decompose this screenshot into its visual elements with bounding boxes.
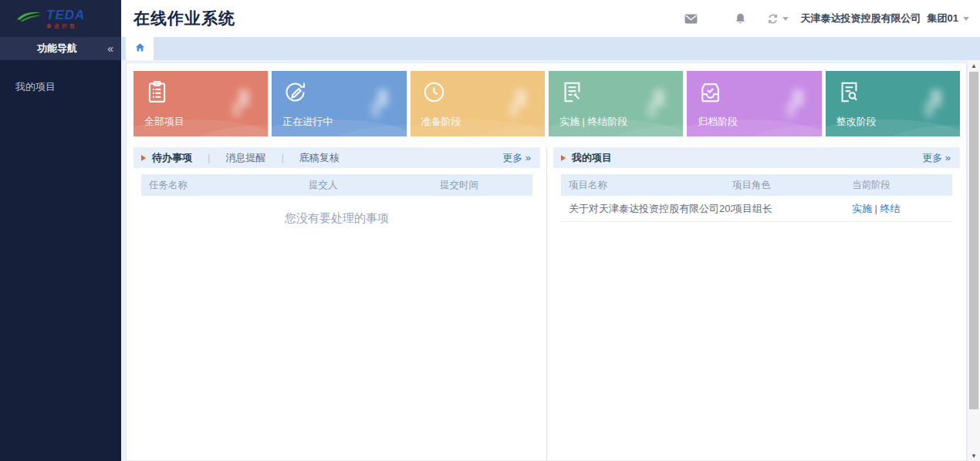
scrollbar-up-arrow[interactable]: ▲ (968, 60, 980, 71)
logo-text: TEDA 泰达控股 (46, 8, 85, 29)
sidebar-menu: 我的项目 (0, 60, 121, 461)
card-label: 准备阶段 (421, 115, 461, 129)
nav-title: 功能导航 (37, 42, 77, 56)
card-label: 正在进行中 (282, 115, 333, 129)
projects-panel-header: 我的项目 更多 » (553, 147, 960, 168)
stage-cards: 全部项目 正在进行中 (133, 71, 960, 136)
refresh-dropdown-caret[interactable] (782, 17, 789, 21)
card-label: 实施 | 终结阶段 (559, 115, 628, 129)
home-icon (134, 42, 146, 56)
vertical-scrollbar[interactable]: ▲ ▼ (967, 60, 980, 461)
collapse-sidebar-icon[interactable]: « (107, 42, 113, 55)
panel-arrow-icon (561, 155, 566, 161)
redacted-count (371, 102, 380, 117)
panels-row: 待办事项 | 消息提醒 | 底稿复核 更多 » 任务名称 提交人 提交时间 (133, 147, 960, 460)
redacted-count (232, 102, 242, 117)
app-window: TEDA 泰达控股 功能导航 « 我的项目 在线作业系统 (0, 0, 980, 461)
redacted-count (924, 102, 934, 117)
sidebar-item-my-projects[interactable]: 我的项目 (0, 74, 121, 100)
topbar: 在线作业系统 天津泰达投资控股有限公司 集团01 (121, 0, 980, 37)
todo-table-header: 任务名称 提交人 提交时间 (141, 174, 532, 196)
main-area: 在线作业系统 天津泰达投资控股有限公司 集团01 (121, 0, 980, 461)
project-row[interactable]: 关于对天津泰达投资控股有限公司2021年固定... 项目组长 实施 | 终结 (561, 196, 952, 222)
my-projects-panel: 我的项目 更多 » 项目名称 项目角色 当前阶段 关于对天津泰达投资控股有限公司… (547, 147, 960, 460)
content-outer: 全部项目 正在进行中 (121, 60, 980, 461)
card-label: 全部项目 (144, 115, 184, 129)
column-current-stage: 当前阶段 (852, 179, 945, 192)
stage-card-implementation[interactable]: 实施 | 终结阶段 (549, 71, 683, 136)
sidebar: TEDA 泰达控股 功能导航 « 我的项目 (0, 0, 121, 461)
bell-icon[interactable] (733, 11, 749, 26)
redacted-count (509, 102, 519, 117)
stage-card-preparation[interactable]: 准备阶段 (411, 71, 545, 136)
sidebar-nav-header: 功能导航 « (0, 37, 121, 60)
clipboard-list-icon (144, 79, 170, 108)
company-name: 天津泰达投资控股有限公司 (801, 12, 921, 25)
column-project-role: 项目角色 (732, 179, 852, 192)
teda-swoosh-icon (15, 8, 43, 29)
edit-progress-icon (282, 79, 308, 108)
redacted-count (786, 102, 796, 117)
project-stage-link[interactable]: 实施 | 终结 (852, 202, 945, 216)
stage-card-all-projects[interactable]: 全部项目 (133, 71, 268, 136)
project-name-cell: 关于对天津泰达投资控股有限公司2021年固定... (569, 202, 732, 216)
tab-draft-review[interactable]: 底稿复核 (299, 151, 340, 165)
tab-todo-items[interactable]: 待办事项 (152, 151, 192, 165)
projects-more-link[interactable]: 更多 » (922, 151, 951, 165)
project-role-cell: 项目组长 (732, 202, 852, 216)
column-submitter: 提交人 (309, 179, 440, 192)
todo-more-link[interactable]: 更多 » (502, 151, 531, 165)
archive-check-icon (698, 79, 723, 108)
document-repair-icon (836, 79, 862, 108)
redacted-count (647, 102, 657, 117)
todo-panel-header: 待办事项 | 消息提醒 | 底稿复核 更多 » (133, 147, 540, 168)
tab-message-reminders[interactable]: 消息提醒 (225, 151, 265, 165)
tab-separator: | (281, 152, 283, 163)
column-task-name: 任务名称 (149, 179, 309, 192)
page-title: 在线作业系统 (133, 8, 235, 29)
scrollbar-thumb[interactable] (969, 72, 978, 409)
card-label: 整改阶段 (836, 115, 877, 129)
column-project-name: 项目名称 (569, 179, 732, 192)
projects-panel-title: 我的项目 (572, 151, 612, 165)
stage-card-in-progress[interactable]: 正在进行中 (272, 71, 406, 136)
refresh-icon[interactable] (765, 11, 781, 26)
logo: TEDA 泰达控股 (0, 0, 121, 37)
tab-separator: | (208, 152, 210, 163)
todo-empty-message: 您没有要处理的事项 (133, 211, 540, 226)
content-panel: 全部项目 正在进行中 (126, 62, 967, 461)
clock-icon (421, 79, 447, 108)
logo-subtitle: 泰达控股 (46, 23, 85, 29)
topbar-actions: 天津泰达投资控股有限公司 集团01 (684, 11, 969, 26)
card-label: 归档阶段 (698, 115, 738, 129)
projects-table-header: 项目名称 项目角色 当前阶段 (561, 174, 952, 196)
tab-home[interactable] (126, 37, 154, 60)
mail-icon[interactable] (684, 11, 699, 26)
scrollbar-down-arrow[interactable]: ▼ (968, 450, 980, 461)
stage-card-archive[interactable]: 归档阶段 (687, 71, 821, 136)
column-submit-time: 提交时间 (440, 179, 525, 192)
document-audit-icon (559, 79, 585, 108)
todo-panel: 待办事项 | 消息提醒 | 底稿复核 更多 » 任务名称 提交人 提交时间 (133, 147, 547, 460)
tabbar (121, 37, 980, 60)
user-dropdown-caret[interactable] (963, 17, 969, 21)
user-name[interactable]: 集团01 (928, 12, 958, 25)
stage-card-rectification[interactable]: 整改阶段 (826, 71, 960, 136)
logo-brand: TEDA (46, 8, 85, 22)
panel-arrow-icon (141, 155, 146, 161)
